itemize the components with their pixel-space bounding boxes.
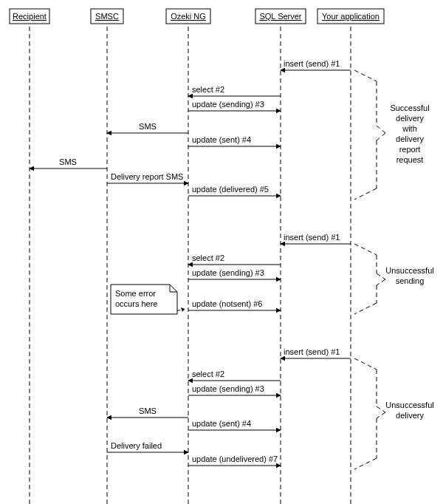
msg-sms-to-recipient: SMS bbox=[59, 157, 77, 166]
msg-update-sent-3: update (sent) #4 bbox=[192, 419, 251, 428]
group-unsuccessful-delivery: insert (send) #1 select #2 update (sendi… bbox=[107, 347, 434, 469]
group-success: insert (send) #1 select #2 update (sendi… bbox=[30, 59, 430, 200]
svg-line-45 bbox=[377, 412, 385, 418]
msg-update-delivered: update (delivered) #5 bbox=[192, 185, 269, 194]
actor-ozeki: Ozeki NG bbox=[166, 9, 210, 24]
group-unsuccessful-sending: insert (send) #1 select #2 update (sendi… bbox=[111, 233, 434, 314]
msg-update-sending-1: update (sending) #3 bbox=[192, 100, 264, 109]
note-error: Some error occurs here bbox=[111, 285, 177, 314]
actor-app-label: Your application bbox=[322, 12, 380, 21]
msg-select-2: select #2 bbox=[192, 253, 224, 262]
note-line1: Some error bbox=[115, 289, 156, 298]
brace-success-l6: request bbox=[396, 155, 424, 164]
actor-smsc: SMSC bbox=[91, 9, 123, 24]
actor-recipient: Recipient bbox=[10, 9, 49, 24]
msg-insert-1c: insert (send) #1 bbox=[284, 347, 340, 356]
msg-update-undelivered: update (undelivered) #7 bbox=[192, 454, 278, 463]
msg-update-sending-2: update (sending) #3 bbox=[192, 268, 264, 277]
brace-success-l5: report bbox=[399, 145, 421, 154]
svg-line-34 bbox=[354, 303, 377, 314]
msg-delivery-failed: Delivery failed bbox=[111, 441, 162, 450]
actor-app: Your application bbox=[317, 9, 384, 24]
msg-select-3: select #2 bbox=[192, 370, 224, 378]
svg-line-31 bbox=[377, 273, 385, 279]
svg-marker-27 bbox=[181, 307, 185, 312]
svg-line-23 bbox=[354, 188, 377, 200]
msg-update-sent-1: update (sent) #4 bbox=[192, 135, 251, 144]
lifelines bbox=[30, 27, 351, 504]
msg-update-sending-3: update (sending) #3 bbox=[192, 384, 264, 393]
svg-line-20 bbox=[377, 126, 385, 133]
svg-line-47 bbox=[354, 458, 377, 469]
brace-success-l3: with bbox=[402, 124, 417, 133]
msg-sms-1: SMS bbox=[139, 122, 157, 131]
actor-headers: Recipient SMSC Ozeki NG SQL Server Your … bbox=[10, 9, 384, 24]
svg-line-29 bbox=[354, 244, 377, 255]
msg-update-notsent: update (notsent) #6 bbox=[192, 299, 262, 308]
msg-insert-1b: insert (send) #1 bbox=[284, 233, 340, 242]
msg-delivery-report: Delivery report SMS bbox=[111, 172, 183, 181]
msg-sms-3: SMS bbox=[139, 406, 157, 415]
brace-undeliv-l1: Unsuccessful bbox=[385, 401, 433, 409]
brace-success-l1: Successful bbox=[390, 103, 429, 112]
svg-line-32 bbox=[377, 279, 385, 285]
msg-select-1: select #2 bbox=[192, 85, 224, 94]
svg-line-42 bbox=[354, 358, 377, 370]
msg-insert-1a: insert (send) #1 bbox=[284, 59, 340, 68]
brace-undeliv-l2: delivery bbox=[396, 411, 424, 420]
actor-recipient-label: Recipient bbox=[13, 12, 47, 21]
svg-line-18 bbox=[354, 70, 377, 81]
brace-unsend-l2: sending bbox=[396, 276, 425, 285]
sequence-diagram: Recipient SMSC Ozeki NG SQL Server Your … bbox=[0, 0, 443, 504]
note-line2: occurs here bbox=[115, 299, 157, 308]
actor-ozeki-label: Ozeki NG bbox=[171, 12, 206, 21]
actor-sql: SQL Server bbox=[255, 9, 306, 24]
brace-unsend-l1: Unsuccessful bbox=[385, 266, 433, 275]
actor-smsc-label: SMSC bbox=[95, 12, 119, 21]
actor-sql-label: SQL Server bbox=[259, 12, 301, 21]
svg-line-44 bbox=[377, 406, 385, 412]
brace-success-l2: delivery bbox=[396, 114, 424, 123]
svg-line-21 bbox=[377, 133, 385, 140]
brace-success-l4: delivery bbox=[396, 134, 424, 143]
